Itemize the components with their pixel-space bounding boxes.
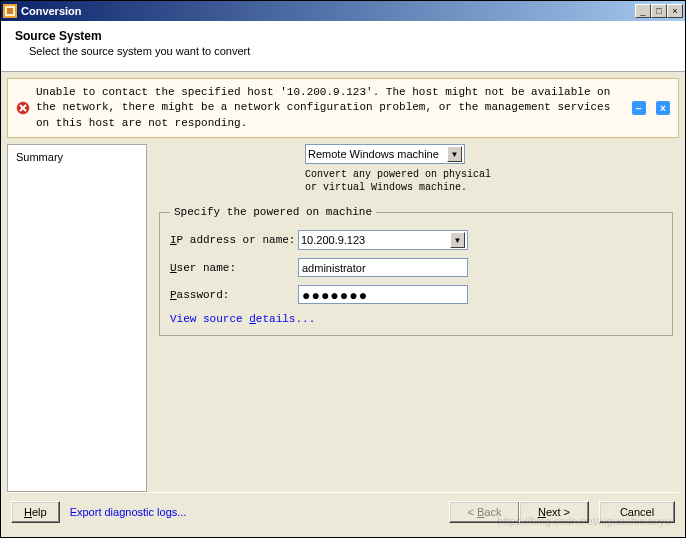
window-title: Conversion — [21, 5, 635, 17]
app-icon — [3, 4, 17, 18]
ip-value: 10.200.9.123 — [301, 234, 365, 246]
error-close-button[interactable]: × — [656, 101, 670, 115]
wizard-sidebar: Summary — [7, 144, 147, 492]
chevron-down-icon: ▼ — [447, 146, 462, 162]
titlebar: Conversion _ □ × — [1, 1, 685, 21]
error-message: Unable to contact the specified host '10… — [36, 85, 622, 131]
machine-group: Specify the powered on machine IP addres… — [159, 206, 673, 336]
svg-rect-2 — [7, 8, 13, 14]
source-type-description: Convert any powered on physical or virtu… — [305, 168, 505, 194]
maximize-button[interactable]: □ — [651, 4, 667, 18]
chevron-down-icon: ▼ — [450, 232, 465, 248]
cancel-button[interactable]: Cancel — [599, 501, 675, 523]
minimize-button[interactable]: _ — [635, 4, 651, 18]
ip-input[interactable]: 10.200.9.123 ▼ — [298, 230, 468, 250]
source-type-select[interactable]: Remote Windows machine ▼ — [305, 144, 465, 164]
window: Conversion _ □ × Source System Select th… — [0, 0, 686, 538]
error-minimize-button[interactable]: − — [632, 101, 646, 115]
user-row: User name: — [170, 258, 662, 277]
ip-label-rest: P address or name: — [177, 234, 296, 246]
close-button[interactable]: × — [667, 4, 683, 18]
next-button[interactable]: Next > — [519, 501, 589, 523]
source-type-row: Remote Windows machine ▼ — [305, 144, 673, 164]
sidebar-item-summary[interactable]: Summary — [16, 149, 138, 165]
ip-label: IP address or name: — [170, 234, 298, 246]
back-button: < Back — [449, 501, 519, 523]
username-input[interactable] — [298, 258, 468, 277]
nav-buttons: < Back Next > — [449, 501, 589, 523]
wizard-body: Summary Remote Windows machine ▼ Convert… — [1, 144, 685, 492]
ip-row: IP address or name: 10.200.9.123 ▼ — [170, 230, 662, 250]
source-type-value: Remote Windows machine — [308, 148, 439, 160]
error-icon — [16, 101, 30, 115]
main-panel: Remote Windows machine ▼ Convert any pow… — [147, 144, 685, 492]
page-subtitle: Select the source system you want to con… — [29, 45, 671, 57]
pass-row: Password: — [170, 285, 662, 304]
user-label: User name: — [170, 262, 298, 274]
export-logs-link[interactable]: Export diagnostic logs... — [70, 506, 187, 518]
wizard-header: Source System Select the source system y… — [1, 21, 685, 72]
group-legend: Specify the powered on machine — [170, 206, 376, 218]
page-title: Source System — [15, 29, 671, 43]
window-controls: _ □ × — [635, 4, 683, 18]
password-input[interactable] — [298, 285, 468, 304]
error-banner: Unable to contact the specified host '10… — [7, 78, 679, 138]
view-details-link[interactable]: View source details... — [170, 313, 315, 325]
help-button[interactable]: Help — [11, 501, 60, 523]
pass-label: Password: — [170, 289, 298, 301]
wizard-footer: Help Export diagnostic logs... < Back Ne… — [1, 493, 685, 531]
